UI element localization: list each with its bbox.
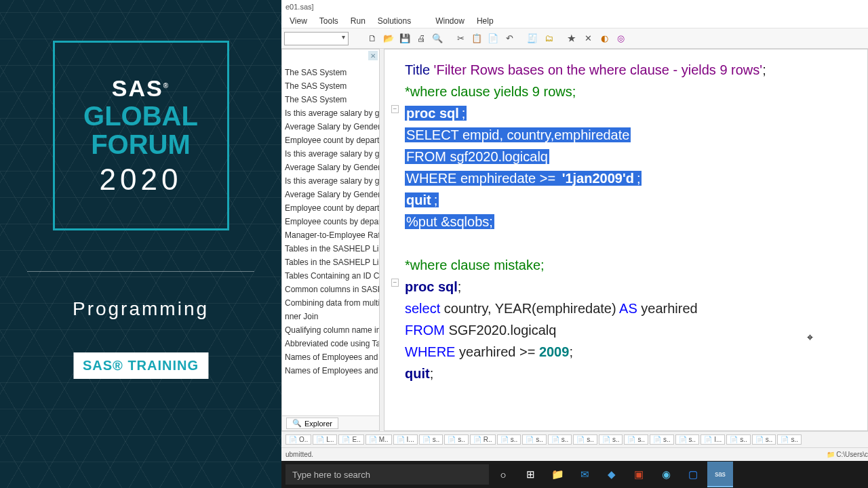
brand-card: SAS® GLOBAL FORUM 2020 [53,41,229,230]
status-bar: ubmitted. 📁 C:\Users\c [281,447,868,461]
results-item[interactable]: Names of Employees and th [282,350,379,364]
taskview-icon[interactable]: ⊞ [517,462,543,487]
window-tab[interactable]: 📄R.. [470,434,496,445]
brand-training-badge: SAS® TRAINING [73,352,208,379]
results-item[interactable]: The SAS System [282,79,379,93]
window-tab[interactable]: 📄s.. [573,434,597,445]
brand-forum: FORUM [91,130,191,159]
new-icon[interactable]: 🗋 [366,33,378,45]
brand-year: 2020 [100,163,182,197]
code-editor[interactable]: Title 'Filter Rows bases on the where cl… [384,49,868,431]
brand-panel: SAS® GLOBAL FORUM 2020 Programming SAS® … [0,0,281,488]
menu-help[interactable]: Help [471,15,499,27]
edge-icon[interactable]: ◉ [653,462,679,487]
command-combo[interactable] [284,32,349,45]
results-item[interactable]: Abbreviated code using Tab [282,337,379,350]
results-item[interactable]: Average Salary by Gender [282,188,379,201]
window-tabs: 📄O..📄L..📄E..📄M..📄I...📄s..📄s..📄R..📄s..📄s.… [281,431,868,447]
window-tab[interactable]: 📄s.. [522,434,547,445]
zoom-icon[interactable]: ▢ [680,462,706,487]
window-tab[interactable]: 📄s.. [497,434,521,445]
results-item[interactable]: Is this average salary by ger [282,174,379,188]
results-item[interactable]: Employee count by departm [282,134,379,147]
menu-tools[interactable]: Tools [314,15,344,27]
results-item[interactable]: Names of Employees and th [282,364,379,378]
results-item[interactable]: Average Salary by Gender [282,161,379,174]
app-icon[interactable]: ◆ [599,462,625,487]
brand-programming: Programming [73,298,209,320]
window-tab[interactable]: 📄M.. [366,434,392,445]
submit-icon[interactable]: 🧾 [526,33,538,45]
powerpoint-icon[interactable]: ▣ [626,462,652,487]
preview-icon[interactable]: 🔍 [431,33,443,45]
cut-icon[interactable]: ✂ [454,33,467,45]
taskbar: Type here to search ○ ⊞ 📁 ✉ ◆ ▣ ◉ ▢ sas [281,461,868,488]
results-panel: ✕ The SAS SystemThe SAS SystemThe SAS Sy… [281,49,380,431]
fold-icon[interactable]: − [391,105,399,113]
brand-sas: SAS® [112,75,170,102]
results-item[interactable]: The SAS System [282,93,379,106]
open-icon[interactable]: 📂 [382,33,395,45]
work-area: ✕ The SAS SystemThe SAS SystemThe SAS Sy… [281,49,868,431]
undo-icon[interactable]: ↶ [503,33,515,45]
results-item[interactable]: Is this average salary by ger [282,106,379,120]
window-tab[interactable]: 📄s.. [419,434,443,445]
clear-icon[interactable]: ✕ [582,33,594,45]
status-message: ubmitted. [285,451,313,458]
menu-solutions[interactable]: Solutions [372,15,416,27]
run-icon[interactable]: ★ [566,33,578,45]
help-icon[interactable]: ◎ [614,33,627,45]
app-window: e01.sas] View Tools Run Solutions Window… [281,0,868,488]
results-list[interactable]: The SAS SystemThe SAS SystemThe SAS Syst… [282,64,379,415]
menu-bar: View Tools Run Solutions Window Help [281,14,868,28]
window-tab[interactable]: 📄s.. [777,434,802,445]
save-icon[interactable]: 💾 [399,33,411,45]
toolbar: 🗋 📂 💾 🖨 🔍 ✂ 📋 📄 ↶ 🧾 🗂 ★ ✕ ◐ ◎ [366,33,627,45]
window-tab[interactable]: 📄E.. [338,434,363,445]
break-icon[interactable]: ◐ [598,33,610,45]
sas-icon[interactable]: sas [707,462,733,487]
results-item[interactable]: Is this average salary by ger [282,147,379,161]
window-tab[interactable]: 📄s.. [624,434,648,445]
menu-run[interactable]: Run [345,15,371,27]
explorer-tab[interactable]: 🔍Explorer [286,418,338,429]
menu-view[interactable]: View [284,15,313,27]
explorer-tabstrip: 🔍Explorer [282,415,379,430]
window-tab[interactable]: 📄s.. [444,434,469,445]
results-item[interactable]: Common columns in SASH [282,283,379,296]
window-tab[interactable]: 📄s.. [548,434,572,445]
window-title: e01.sas] [281,0,868,14]
results-item[interactable]: The SAS System [282,66,379,79]
libraries-icon[interactable]: 🗂 [542,33,555,45]
results-item[interactable]: nner Join [282,310,379,323]
outlook-icon[interactable]: ✉ [572,462,597,487]
copy-icon[interactable]: 📋 [471,33,483,45]
results-item[interactable]: Qualifying column name in [282,323,379,337]
paste-icon[interactable]: 📄 [487,33,499,45]
taskbar-search[interactable]: Type here to search [285,464,489,485]
window-tab[interactable]: 📄O.. [285,434,311,445]
results-item[interactable]: Combining data from multi [282,296,379,310]
window-tab[interactable]: 📄I... [393,434,418,445]
results-item[interactable]: Tables in the SASHELP Libra [282,256,379,269]
results-item[interactable]: Manager-to-Employee Ratic [282,228,379,242]
close-icon[interactable]: ✕ [368,51,378,60]
print-icon[interactable]: 🖨 [415,33,427,45]
results-item[interactable]: Employee counts by departr [282,215,379,228]
window-tab[interactable]: 📄s.. [752,434,776,445]
window-tab[interactable]: 📄L.. [313,434,337,445]
results-item[interactable]: Tables in the SASHELP Libra [282,242,379,256]
window-tab[interactable]: 📄s.. [650,434,674,445]
results-item[interactable]: Employee count by departm [282,201,379,215]
window-tab[interactable]: 📄s.. [726,434,751,445]
results-item[interactable]: Tables Containing an ID Col [282,269,379,283]
window-tab[interactable]: 📄s.. [675,434,700,445]
control-bar: 🗋 📂 💾 🖨 🔍 ✂ 📋 📄 ↶ 🧾 🗂 ★ ✕ ◐ ◎ [281,28,868,49]
fold-icon-2[interactable]: − [391,279,399,287]
cortana-icon[interactable]: ○ [490,462,516,487]
window-tab[interactable]: 📄s.. [599,434,623,445]
menu-window[interactable]: Window [430,15,470,27]
results-item[interactable]: Average Salary by Gender [282,120,379,134]
window-tab[interactable]: 📄I... [701,434,725,445]
explorer-icon[interactable]: 📁 [545,462,570,487]
